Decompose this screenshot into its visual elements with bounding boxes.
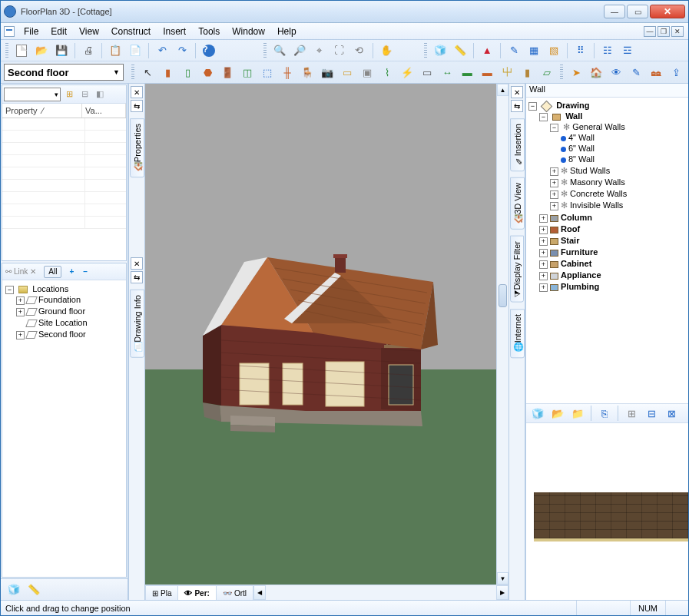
scroll-up-button[interactable]: ▲ — [497, 84, 508, 96]
menu-edit[interactable]: Edit — [45, 25, 73, 38]
tree-item-masonry-walls[interactable]: +✻ Masonry Walls — [550, 177, 686, 188]
options-button[interactable]: ☲ — [619, 42, 636, 59]
tree-toggle[interactable]: + — [16, 331, 25, 339]
toolbar-grip[interactable] — [560, 65, 563, 80]
scroll-down-button[interactable]: ▼ — [497, 572, 508, 585]
select-tool[interactable]: ↖ — [139, 64, 156, 81]
roof-tool[interactable]: ⬣ — [199, 64, 216, 81]
mdi-minimize-button[interactable]: — — [644, 26, 656, 37]
viewport-hscrollbar[interactable]: ◀ ▶ — [253, 585, 508, 600]
properties-col-property[interactable]: Property ∕ — [2, 104, 82, 118]
electrical-tool[interactable]: ⚡ — [399, 64, 416, 81]
tree-toggle[interactable]: + — [539, 249, 548, 257]
tree-toggle[interactable]: + — [550, 190, 558, 199]
render-small-button[interactable]: 🧊 — [5, 581, 22, 598]
window-minimize-button[interactable]: — — [604, 5, 625, 18]
snap-grid-button[interactable]: ⠿ — [572, 42, 589, 59]
view-tab-plan[interactable]: ⊞Pla — [145, 585, 178, 600]
mdi-close-button[interactable]: ✕ — [671, 26, 684, 37]
tree-item-invisible-walls[interactable]: +✻ Invisible Walls — [550, 200, 686, 211]
door-tool[interactable]: 🚪 — [219, 64, 236, 81]
tree-toggle[interactable]: − — [528, 102, 537, 111]
vtab-properties[interactable]: 🏠Properties — [130, 118, 144, 177]
tree-item-general-walls[interactable]: − ✻ General Walls 4" Wall 6" Wall 8" Wal… — [550, 121, 686, 165]
furniture-tool[interactable]: 🪑 — [299, 64, 316, 81]
menu-file[interactable]: File — [18, 25, 45, 38]
railing-tool[interactable]: ╫ — [279, 64, 296, 81]
measure-button[interactable]: 📏 — [452, 42, 469, 59]
locations-tree[interactable]: − Locations +Foundation +Ground floor Si… — [2, 280, 126, 577]
floor-selector[interactable]: Second floor ▼ — [4, 64, 124, 81]
tree-root-locations[interactable]: − Locations +Foundation +Ground floor Si… — [5, 283, 123, 341]
new-button[interactable] — [13, 42, 30, 59]
scroll-thumb[interactable] — [499, 284, 507, 307]
window-maximize-button[interactable]: ▭ — [627, 5, 648, 18]
stair-tool[interactable]: ⬚ — [259, 64, 276, 81]
tree-toggle[interactable]: − — [539, 113, 548, 121]
copy-button[interactable]: 📋 — [107, 42, 124, 59]
materials-button[interactable]: ▧ — [545, 42, 562, 59]
wall-tool[interactable]: ▮ — [159, 64, 176, 81]
vtab-insertion[interactable]: ✎Insertion — [510, 118, 525, 171]
window-tool[interactable]: ◫ — [239, 64, 256, 81]
pan-button[interactable]: ✋ — [378, 42, 395, 59]
menu-construct[interactable]: Construct — [105, 25, 157, 38]
locations-expand-button[interactable]: + — [69, 267, 74, 276]
panel-close-button-2[interactable]: ✕ — [131, 257, 143, 270]
tree-toggle[interactable]: + — [550, 167, 558, 176]
room-view-button[interactable]: 🏘 — [648, 64, 664, 81]
fence-tool[interactable]: ⼬ — [499, 64, 515, 81]
zoom-in-button[interactable]: 🔍 — [271, 42, 288, 59]
tree-toggle[interactable]: + — [539, 283, 548, 292]
tree-toggle[interactable]: + — [539, 237, 548, 246]
tree-item-cabinet[interactable]: +Cabinet — [539, 258, 686, 270]
tree-toggle[interactable]: − — [5, 286, 14, 294]
tree-toggle[interactable]: − — [550, 124, 558, 132]
mdi-restore-button[interactable]: ❐ — [658, 26, 670, 37]
tree-item-column[interactable]: +Column — [539, 212, 686, 224]
wall-preview[interactable] — [526, 423, 688, 600]
panel-close-button[interactable]: ✕ — [131, 86, 143, 98]
preview-view2-button[interactable]: ⊟ — [643, 405, 660, 422]
preview-view1-button[interactable]: ⊞ — [623, 405, 640, 422]
path-tool[interactable]: ▮ — [518, 64, 535, 81]
tree-item-furniture[interactable]: +Furniture — [539, 247, 686, 258]
region-tool[interactable]: ▱ — [538, 64, 555, 81]
zoom-window-button[interactable]: ⌖ — [311, 42, 328, 59]
view-tab-perspective[interactable]: 👁Per: — [177, 585, 216, 600]
undo-button[interactable]: ↶ — [154, 42, 171, 59]
print-button[interactable]: 🖨 — [80, 42, 97, 59]
properties-grid[interactable] — [2, 118, 126, 260]
text-tool[interactable]: ▭ — [419, 64, 436, 81]
tree-item-second-floor[interactable]: +Second floor — [16, 329, 123, 340]
column-tool[interactable]: ▯ — [179, 64, 196, 81]
render-button[interactable]: 🧊 — [432, 42, 449, 59]
tree-item-concrete-walls[interactable]: +✻ Concrete Walls — [550, 188, 686, 200]
redo-button[interactable]: ↷ — [174, 42, 190, 59]
preview-copy-button[interactable]: ⎘ — [596, 405, 613, 422]
camera-tool[interactable]: 📷 — [319, 64, 336, 81]
locations-collapse-button[interactable]: – — [83, 267, 88, 276]
plumbing-tool[interactable]: ⌇ — [379, 64, 396, 81]
properties-show-button[interactable]: ◧ — [93, 88, 107, 101]
layers-button[interactable]: ☷ — [599, 42, 616, 59]
toolbar-grip[interactable] — [263, 43, 267, 58]
properties-categorize-button[interactable]: ⊞ — [62, 88, 76, 101]
paste-button[interactable]: 📄 — [127, 42, 144, 59]
scroll-right-button[interactable]: ▶ — [496, 585, 508, 600]
tree-item-roof[interactable]: +Roof — [539, 224, 686, 235]
save-button[interactable]: 💾 — [53, 42, 70, 59]
menu-insert[interactable]: Insert — [157, 25, 192, 38]
scroll-left-button[interactable]: ◀ — [253, 585, 266, 600]
tree-item-plumbing[interactable]: +Plumbing — [539, 281, 686, 293]
terrain-tool[interactable]: ▬ — [459, 64, 475, 81]
export-button[interactable]: ⇪ — [667, 64, 684, 81]
walk-tool[interactable]: ➤ — [568, 64, 585, 81]
menu-view[interactable]: View — [73, 25, 105, 38]
toolbar-grip[interactable] — [131, 65, 134, 80]
toolbar-grip[interactable] — [424, 43, 427, 58]
locations-all-button[interactable]: All — [44, 266, 61, 278]
tree-item-6-wall[interactable]: 6" Wall — [561, 143, 686, 154]
measure-small-button[interactable]: 📏 — [25, 581, 42, 598]
look-tool[interactable]: 👁 — [608, 64, 624, 81]
